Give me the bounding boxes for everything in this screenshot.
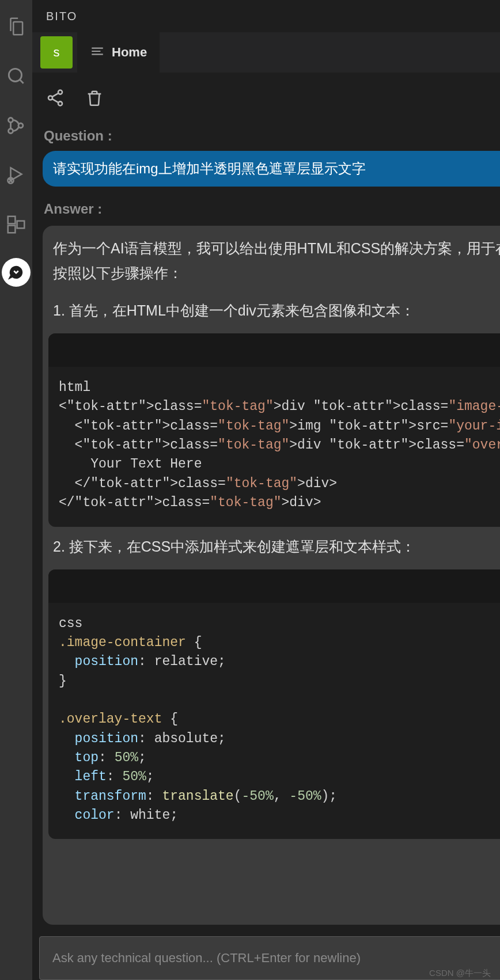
activity-bar	[0, 0, 32, 980]
question-bubble: 请实现功能在img上增加半透明黑色遮罩层显示文字	[43, 151, 500, 187]
main-panel: BITO s Home History Ques	[32, 0, 500, 980]
svg-point-10	[48, 96, 52, 100]
svg-point-0	[9, 69, 21, 81]
chat-toolbar: History	[32, 73, 500, 123]
svg-rect-5	[8, 216, 16, 224]
answer-step-2: 2. 接下来，在CSS中添加样式来创建遮罩层和文本样式：	[48, 535, 500, 566]
run-debug-icon[interactable]	[0, 159, 32, 191]
extension-title: BITO	[46, 10, 77, 23]
question-header: Question :	[39, 123, 500, 151]
svg-rect-6	[8, 226, 16, 233]
search-icon[interactable]	[0, 60, 32, 92]
answer-card: 作为一个AI语言模型，我可以给出使用HTML和CSS的解决方案，用于在图像上添加…	[43, 226, 500, 925]
trash-icon[interactable]	[83, 86, 106, 109]
svg-point-1	[9, 118, 13, 123]
svg-point-2	[9, 129, 13, 134]
answer-step-1: 1. 首先，在HTML中创建一个div元素来包含图像和文本：	[48, 299, 500, 330]
question-label: Question :	[44, 128, 112, 144]
prompt-input[interactable]	[52, 951, 500, 966]
menu-icon	[90, 44, 105, 61]
answer-label: Answer :	[44, 201, 102, 217]
watermark: CSDN @牛一头	[429, 968, 491, 979]
extensions-icon[interactable]	[0, 208, 32, 241]
svg-point-11	[58, 101, 62, 105]
conversation-area: Question : 请实现功能在img上增加半透明黑色遮罩层显示文字 Answ…	[32, 123, 500, 925]
answer-header: Answer :	[39, 197, 500, 223]
code-toolbar	[48, 569, 500, 603]
code-block-css: css .image-container { position: relativ…	[48, 569, 500, 840]
svg-point-9	[58, 90, 62, 94]
code-body-css: css .image-container { position: relativ…	[48, 603, 500, 840]
bito-chat-icon[interactable]	[2, 258, 31, 287]
tab-home[interactable]: Home	[77, 32, 160, 73]
code-toolbar	[48, 333, 500, 367]
answer-intro: 作为一个AI语言模型，我可以给出使用HTML和CSS的解决方案，用于在图像上添加…	[48, 236, 500, 299]
source-control-icon[interactable]	[0, 109, 32, 142]
svg-rect-7	[17, 221, 25, 229]
user-avatar[interactable]: s	[40, 36, 73, 69]
title-bar: BITO	[32, 0, 500, 32]
code-block-html: html <"tok-attr">class="tok-tag">div "to…	[48, 333, 500, 526]
tab-bar: s Home	[32, 32, 500, 73]
share-icon[interactable]	[44, 86, 67, 109]
svg-point-3	[18, 123, 23, 128]
code-body-html: html <"tok-attr">class="tok-tag">div "to…	[48, 367, 500, 526]
explorer-icon[interactable]	[0, 10, 32, 43]
tab-label: Home	[112, 45, 147, 60]
